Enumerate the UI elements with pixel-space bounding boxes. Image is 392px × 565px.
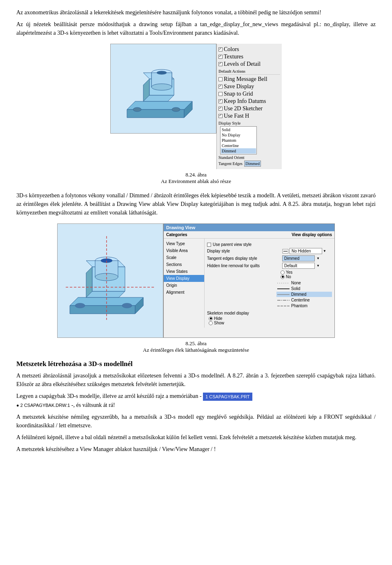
standard-orient-row: Standard Orient <box>218 155 280 160</box>
dv-body: View Type Visible Area Scale Sections Vi… <box>164 239 334 328</box>
no-radio-item: No <box>281 275 332 279</box>
keep-info-item: Keep Info Datums <box>218 98 280 105</box>
centerline-line-icon <box>277 299 290 302</box>
show-radio[interactable] <box>209 321 213 325</box>
keep-info-checkbox <box>218 99 223 103</box>
dimmed-option: Dimmed <box>221 148 256 154</box>
figure-825-drawing <box>57 223 163 338</box>
figure-824-text: Az Environment ablak alsó része <box>161 178 231 184</box>
figure-825-box: Drawing View Categories View display opt… <box>57 223 335 353</box>
save-display-label: Save Display <box>224 83 254 90</box>
skeleton-model-label: Skeleton model display <box>207 311 332 315</box>
figure-824-label: ábra <box>197 172 206 178</box>
svg-marker-18 <box>86 291 125 297</box>
section-title: Metszetek létrehozása a 3D-s modellnél <box>16 360 376 368</box>
part-list-ui: 1 CSAPAGYBAK.PRT <box>203 393 254 401</box>
tangent-edges-dv-row: Tangent edges display style Dimmed ▼ <box>207 255 332 261</box>
use-2d-checkbox <box>218 107 223 111</box>
display-style-label: Display Style <box>218 121 241 125</box>
snap-grid-checkbox <box>218 92 223 96</box>
yes-radio[interactable] <box>281 270 285 275</box>
save-display-item: Save Display <box>218 83 280 90</box>
figure-824-panel: Colors Textures Levels of Detail Default… <box>216 44 282 169</box>
tangent-edges-dv-label: Tangent edges display style <box>207 256 281 261</box>
display-style-section: Display Style Solid No Display Phantom C… <box>218 121 280 167</box>
use-2d-label: Use 2D Sketcher <box>224 105 263 112</box>
centerline-option-dv: Centerline <box>276 297 332 303</box>
ring-message-label: Ring Message Bell <box>224 76 267 83</box>
none-label-dv: None <box>291 281 301 285</box>
display-style-chevron[interactable]: ▼ <box>323 249 326 253</box>
sidebar-alignment[interactable]: Alignment <box>164 289 204 296</box>
svg-point-9 <box>151 84 172 90</box>
ring-message-item: Ring Message Bell <box>218 76 280 83</box>
use-parent-checkbox[interactable] <box>207 243 211 247</box>
display-style-popup: Solid No Display Phantom Centerline Dimm… <box>220 126 257 154</box>
sidebar-view-type[interactable]: View Type <box>164 240 204 247</box>
svg-point-10 <box>157 71 167 74</box>
tangent-edges-env-dropdown: Dimmed <box>244 161 261 167</box>
paragraph-6: A metszetek készítése némileg egyszerűbb… <box>16 413 376 430</box>
textures-checkbox <box>218 55 223 59</box>
sidebar-sections[interactable]: Sections <box>164 261 204 268</box>
lod-item: Levels of Detail <box>218 61 280 67</box>
paragraph-8: A metszetek készítéséhez a View Manager … <box>16 445 376 453</box>
no-display-option: No Display <box>221 132 256 138</box>
phantom-line-icon <box>277 304 290 308</box>
figure-824-number: 8.24. <box>185 172 196 178</box>
hidden-line-chevron[interactable]: ▼ <box>316 264 320 268</box>
keep-info-label: Keep Info Datums <box>224 98 266 105</box>
tangent-edges-dv-dropdown[interactable]: Dimmed <box>282 255 315 261</box>
svg-point-12 <box>172 107 180 112</box>
centerline-option: Centerline <box>221 143 256 148</box>
view-display-options-header: View display options <box>292 232 332 237</box>
sidebar-origin[interactable]: Origin <box>164 282 204 289</box>
yes-radio-item: Yes <box>281 270 332 275</box>
dimmed-option-dv: Dimmed <box>276 292 332 297</box>
snap-grid-item: Snap to Grid <box>218 91 280 97</box>
part2-label: 2 CSAPAGYBAK.DRW:1 <box>20 403 70 408</box>
paragraph-1: Az axonometrikus ábrázolásnál a lekerekí… <box>16 8 376 17</box>
skeleton-model-section: Skeleton model display Hide Show <box>207 311 332 325</box>
use-fast-label: Use Fast H <box>224 113 249 119</box>
save-display-checkbox <box>218 85 223 89</box>
paragraph-5-start: Legyen a csapágybak 3D-s modellje, illet… <box>16 393 202 399</box>
phantom-label-dv: Phantom <box>291 304 307 308</box>
hide-label: Hide <box>214 316 223 321</box>
sidebar-visible-area[interactable]: Visible Area <box>164 247 204 254</box>
hide-radio[interactable] <box>209 317 213 321</box>
tangent-edges-env-label: Tangent Edges <box>218 161 243 166</box>
line-style-options: None Solid Dimmed <box>276 280 332 308</box>
dv-header-row: Categories View display options <box>164 231 334 239</box>
display-style-dv-dropdown[interactable]: No Hidden <box>290 248 322 254</box>
figure-825-label: ábra <box>197 340 206 346</box>
paragraph-3: 3D-s környezetben a folytonos vékony von… <box>16 191 376 217</box>
figure-824-container: Colors Textures Levels of Detail Default… <box>16 44 376 185</box>
dimmed-line-icon <box>277 293 290 296</box>
show-radio-item: Show <box>209 321 332 325</box>
display-style-dv-label: Display style <box>207 249 281 253</box>
sidebar-scale[interactable]: Scale <box>164 254 204 261</box>
paragraph-7: A felülnézeti képnél, illetve a bal olda… <box>16 433 376 442</box>
sidebar-view-display[interactable]: View Display <box>164 275 204 282</box>
tangent-edges-chevron[interactable]: ▼ <box>316 257 320 260</box>
part2-bullet: ● 2 CSAPAGYBAK.DRW:1 <box>16 403 70 408</box>
dv-content: Use parent view style Display style No H… <box>205 239 334 328</box>
svg-point-11 <box>133 107 141 112</box>
solid-option: Solid <box>221 127 256 132</box>
paragraph-2-text: Az új nézetek beállítását persze módosít… <box>16 21 320 27</box>
figure-825-caption: 8.25. ábra Az érintőleges élek láthatósá… <box>143 340 249 353</box>
hidden-line-dropdown[interactable]: Default <box>282 263 315 269</box>
figure-825-container: Drawing View Categories View display opt… <box>16 223 376 353</box>
colors-label: Colors <box>224 46 239 53</box>
use-parent-label: Use parent view style <box>213 242 252 247</box>
show-label: Show <box>214 321 224 325</box>
sidebar-view-states[interactable]: View States <box>164 268 204 275</box>
centerline-label-dv: Centerline <box>291 298 310 302</box>
display-style-icon <box>282 249 289 254</box>
figure-825-content: Drawing View Categories View display opt… <box>57 223 335 338</box>
solid-line-icon <box>277 287 290 290</box>
no-radio[interactable] <box>281 275 285 279</box>
snap-grid-label: Snap to Grid <box>224 91 253 97</box>
dimmed-label-dv: Dimmed <box>291 292 306 297</box>
